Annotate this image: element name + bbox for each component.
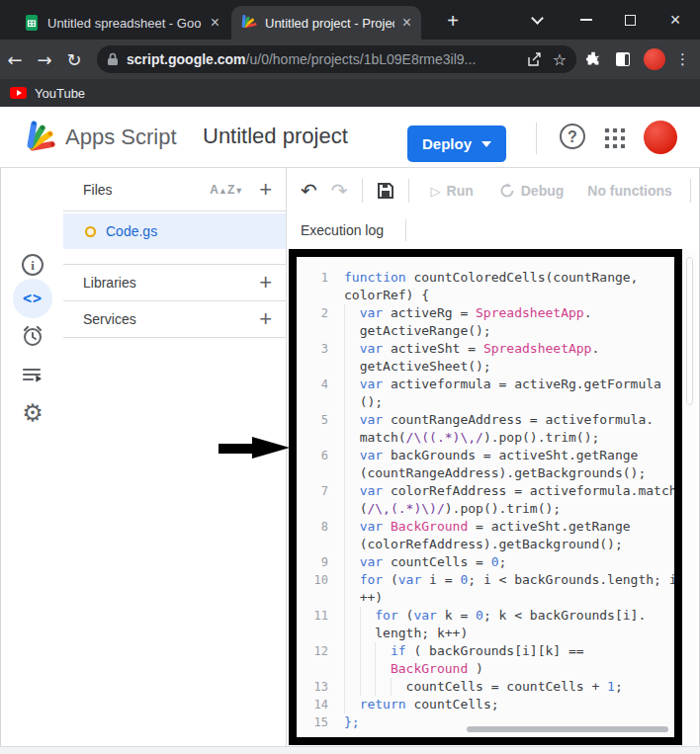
reload-button[interactable]: ↻ — [59, 49, 89, 70]
run-button[interactable]: ▷ Run — [431, 183, 474, 199]
sidebar-item-settings[interactable]: ⚙ — [13, 393, 52, 433]
code-text: var activeRg = SpreadsheetApp. — [328, 304, 591, 322]
extensions-icon[interactable] — [584, 50, 602, 68]
add-service-button[interactable]: + — [259, 309, 272, 329]
share-icon[interactable] — [527, 51, 543, 67]
code-row[interactable]: 11for (var k = 0; k < backGrounds[i]. — [297, 607, 674, 625]
minimize-button[interactable] — [564, 0, 609, 40]
line-number — [297, 625, 328, 642]
browser-tab-spreadsheet[interactable]: Untitled spreadsheet - Goo × — [14, 6, 229, 40]
code-row[interactable]: (colorRefAddress).getBackground(); — [297, 536, 674, 553]
deploy-label: Deploy — [422, 135, 472, 152]
horizontal-scrollbar-thumb[interactable] — [467, 726, 668, 732]
debug-button[interactable]: Debug — [499, 183, 565, 199]
apps-script-logo — [24, 121, 61, 154]
annotation-highlight-box: 1function countColoredCells(countRange,c… — [289, 249, 682, 745]
undo-button[interactable]: ↶ — [301, 181, 317, 201]
profile-avatar[interactable] — [644, 48, 665, 70]
maximize-button[interactable] — [607, 0, 653, 40]
sort-files-icon[interactable]: A▲Z▼ — [210, 183, 243, 197]
code-row[interactable]: 9var countCells = 0; — [297, 553, 674, 571]
file-item-codegs[interactable]: Code.gs — [63, 213, 286, 249]
lock-icon — [107, 52, 119, 66]
browser-tab-project[interactable]: Untitled project - Project Ed × — [231, 6, 421, 40]
code-text: (countRangeAddress).getBackgrounds(); — [328, 464, 646, 482]
line-number — [297, 464, 328, 482]
redo-button[interactable]: ↷ — [331, 181, 348, 201]
services-label: Services — [83, 311, 259, 327]
files-panel-header: Files A▲Z▼ + — [63, 168, 286, 211]
project-title[interactable]: Untitled project — [203, 124, 348, 149]
line-number — [297, 393, 328, 411]
code-row[interactable]: 2var activeRg = SpreadsheetApp. — [297, 304, 674, 322]
code-row[interactable]: 14return countCells; — [297, 696, 674, 713]
code-text: (/\,(.*)\)/).pop().trim(); — [328, 500, 561, 518]
tab-close-icon[interactable]: × — [402, 15, 411, 31]
google-apps-grid-icon[interactable] — [603, 126, 625, 148]
new-tab-button[interactable]: + — [439, 8, 467, 36]
code-row[interactable]: length; k++) — [297, 625, 674, 642]
forward-button[interactable]: → — [30, 49, 59, 70]
editor-scrollbar[interactable] — [681, 249, 697, 746]
tab-execution-log[interactable]: Execution log — [301, 222, 384, 238]
gs-file-icon — [85, 226, 96, 237]
code-row[interactable]: 7var colorRefAddress = activeformula.mat… — [297, 482, 674, 500]
line-number: 7 — [297, 482, 328, 500]
code-row[interactable]: 4var activeformula = activeRg.getFormula — [297, 376, 674, 393]
code-row[interactable]: (countRangeAddress).getBackgrounds(); — [297, 464, 674, 482]
code-row[interactable]: 13countCells = countCells + 1; — [297, 678, 674, 696]
left-rail: i <> ⚙ — [1, 168, 63, 746]
help-icon[interactable]: ? — [560, 124, 585, 149]
scrollbar-thumb[interactable] — [686, 257, 693, 405]
code-row[interactable]: match(/\((.*)\,/).pop().trim(); — [297, 429, 674, 447]
code-row[interactable]: 6var backGrounds = activeSht.getRange — [297, 447, 674, 464]
deploy-button[interactable]: Deploy — [407, 126, 506, 162]
code-row[interactable]: (/\,(.*)\)/).pop().trim(); — [297, 500, 674, 518]
code-row[interactable]: getActiveRange(); — [297, 322, 674, 340]
sidebar-item-executions[interactable] — [13, 356, 52, 395]
line-number — [297, 429, 328, 447]
gear-icon: ⚙ — [22, 399, 44, 427]
line-number: 3 — [297, 340, 328, 358]
code-row[interactable]: 3var activeSht = SpreadsheetApp. — [297, 340, 674, 358]
product-name[interactable]: Apps Script — [65, 125, 177, 150]
close-window-button[interactable]: × — [653, 0, 698, 40]
account-avatar[interactable] — [644, 121, 677, 154]
code-row[interactable]: colorRef) { — [297, 287, 674, 304]
code-row[interactable]: BackGround ) — [297, 660, 674, 678]
window-menu-button[interactable] — [514, 0, 560, 40]
bookmarks-bar: YouTube — [0, 79, 700, 107]
info-icon: i — [22, 254, 44, 276]
sidebar-item-triggers[interactable] — [13, 316, 52, 356]
code-text: getActiveRange(); — [328, 322, 491, 340]
code-editor[interactable]: 1function countColoredCells(countRange,c… — [297, 257, 674, 737]
code-row[interactable]: 1function countColoredCells(countRange, — [297, 269, 674, 287]
sidebar-item-editor[interactable]: <> — [13, 279, 52, 318]
code-row[interactable]: (); — [297, 393, 674, 411]
add-library-button[interactable]: + — [259, 273, 272, 293]
browser-menu-icon[interactable]: ⋮ — [665, 50, 700, 68]
code-row[interactable]: 5var countRangeAddress = activeformula. — [297, 411, 674, 429]
address-bar[interactable]: script.google.com/u/0/home/projects/1bL0… — [97, 45, 576, 73]
tab-close-icon[interactable]: × — [211, 15, 219, 31]
bookmark-star-icon[interactable]: ☆ — [553, 50, 567, 69]
code-text: if ( backGrounds[i][k] == — [328, 642, 584, 660]
line-number — [297, 589, 328, 607]
code-row[interactable]: 8var BackGround = activeSht.getRange — [297, 518, 674, 536]
code-row[interactable]: 10for (var i = 0; i < backGrounds.length… — [297, 571, 674, 589]
side-panel-icon[interactable] — [616, 52, 630, 66]
code-row[interactable]: 12if ( backGrounds[i][k] == — [297, 642, 674, 660]
arrow-head — [252, 437, 290, 459]
code-text: var colorRefAddress = activeformula.matc… — [328, 482, 674, 500]
save-icon[interactable] — [377, 182, 394, 200]
back-button[interactable]: ← — [0, 49, 30, 70]
browser-titlebar: Untitled spreadsheet - Goo × Untitled pr… — [0, 0, 700, 40]
code-text: var backGrounds = activeSht.getRange — [328, 447, 638, 464]
google-sheets-icon — [24, 15, 40, 31]
code-row[interactable]: getActiveSheet(); — [297, 358, 674, 376]
code-row[interactable]: ++) — [297, 589, 674, 607]
bookmark-youtube[interactable]: YouTube — [35, 86, 85, 101]
function-selector[interactable]: No functions — [587, 183, 672, 199]
add-file-button[interactable]: + — [259, 180, 272, 200]
code-text: ++) — [328, 589, 383, 607]
